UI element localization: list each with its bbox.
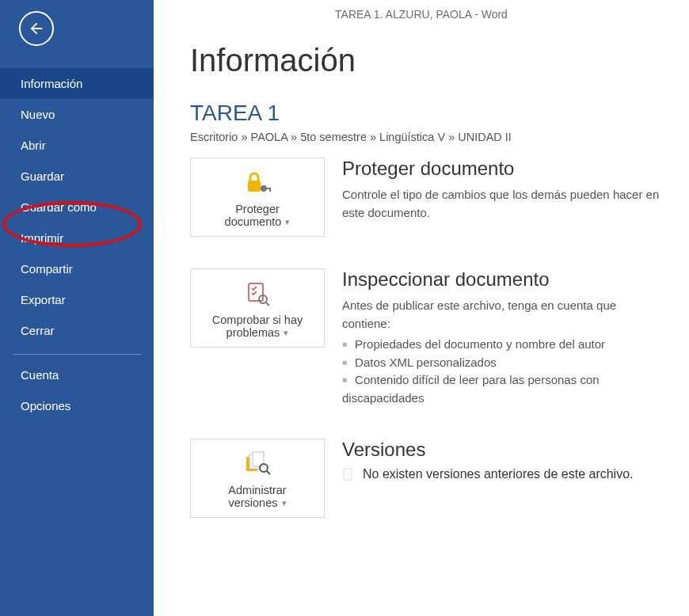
section-intro-inspect: Antes de publicar este archivo, tenga en… [342, 297, 665, 333]
sidebar-item-compartir[interactable]: Compartir [0, 253, 154, 284]
window-title: TAREA 1. ALZURU, PAOLA - Word [154, 0, 689, 43]
main-panel: TAREA 1. ALZURU, PAOLA - Word Informació… [154, 0, 689, 616]
sidebar-item-label: Nuevo [21, 108, 55, 121]
sidebar-item-label: Guardar [21, 169, 64, 183]
card-label: Proteger [235, 203, 280, 215]
page-title: Información [190, 43, 689, 78]
card-label: versiones [228, 496, 277, 509]
section-text-versions: No existen versiones anteriores de este … [363, 467, 634, 481]
sidebar-item-nuevo[interactable]: Nuevo [0, 99, 154, 130]
chevron-down-icon: ▾ [280, 498, 287, 508]
arrow-left-icon [28, 20, 45, 37]
sidebar-item-label: Compartir [21, 262, 73, 276]
protect-document-button[interactable]: Proteger documento ▾ [190, 158, 325, 237]
breadcrumb: Escritorio » PAOLA » 5to semestre » Ling… [190, 131, 689, 143]
document-title: TAREA 1 [190, 101, 689, 126]
sidebar-item-label: Imprimir [21, 231, 63, 245]
sidebar-divider [13, 354, 141, 355]
back-button[interactable] [19, 11, 54, 46]
sidebar-item-opciones[interactable]: Opciones [0, 390, 154, 421]
chevron-down-icon: ▾ [283, 217, 290, 226]
svg-rect-3 [269, 188, 271, 192]
check-issues-button[interactable]: Comprobar si hay problemas ▾ [190, 268, 325, 348]
backstage-sidebar: Información Nuevo Abrir Guardar Guardar … [0, 0, 154, 616]
checklist-magnify-icon [244, 279, 271, 309]
inspect-item: Contenido difícil de leer para las perso… [342, 371, 665, 407]
sidebar-item-exportar[interactable]: Exportar [0, 284, 154, 315]
sidebar-item-label: Abrir [21, 139, 46, 152]
svg-line-6 [266, 302, 269, 306]
section-heading-inspect: Inspeccionar documento [342, 268, 665, 291]
section-heading-versions: Versiones [342, 439, 665, 461]
sidebar-item-label: Guardar como [21, 200, 97, 214]
sidebar-item-guardar-como[interactable]: Guardar como [0, 192, 154, 222]
sidebar-item-label: Cerrar [21, 324, 55, 337]
card-label: Comprobar si hay [212, 314, 303, 326]
card-label: problemas [226, 326, 280, 339]
svg-rect-12 [344, 469, 352, 480]
sidebar-item-cuenta[interactable]: Cuenta [0, 359, 154, 390]
section-heading-protect: Proteger documento [342, 158, 665, 180]
sidebar-item-label: Opciones [21, 399, 70, 413]
section-text-protect: Controle el tipo de cambios que los demá… [342, 186, 665, 222]
document-dotted-icon [342, 468, 355, 481]
sidebar-item-imprimir[interactable]: Imprimir [0, 222, 154, 253]
sidebar-item-label: Cuenta [21, 368, 59, 382]
card-label: Administrar [228, 484, 286, 496]
sidebar-item-cerrar[interactable]: Cerrar [0, 315, 154, 346]
lock-key-icon [243, 168, 272, 198]
sidebar-item-label: Exportar [21, 293, 66, 306]
sidebar-item-abrir[interactable]: Abrir [0, 130, 154, 161]
sidebar-item-informacion[interactable]: Información [0, 68, 154, 99]
card-label: documento [225, 215, 282, 228]
manage-versions-button[interactable]: Administrar versiones ▾ [190, 439, 325, 518]
svg-rect-0 [248, 181, 261, 192]
inspect-item: Propiedades del documento y nombre del a… [342, 336, 665, 354]
chevron-down-icon: ▾ [281, 328, 288, 337]
sidebar-item-guardar[interactable]: Guardar [0, 161, 154, 192]
svg-point-1 [261, 185, 267, 192]
documents-magnify-icon [243, 449, 272, 479]
sidebar-item-label: Información [21, 77, 82, 90]
svg-line-11 [267, 471, 270, 474]
inspect-item: Datos XML personalizados [342, 354, 665, 372]
